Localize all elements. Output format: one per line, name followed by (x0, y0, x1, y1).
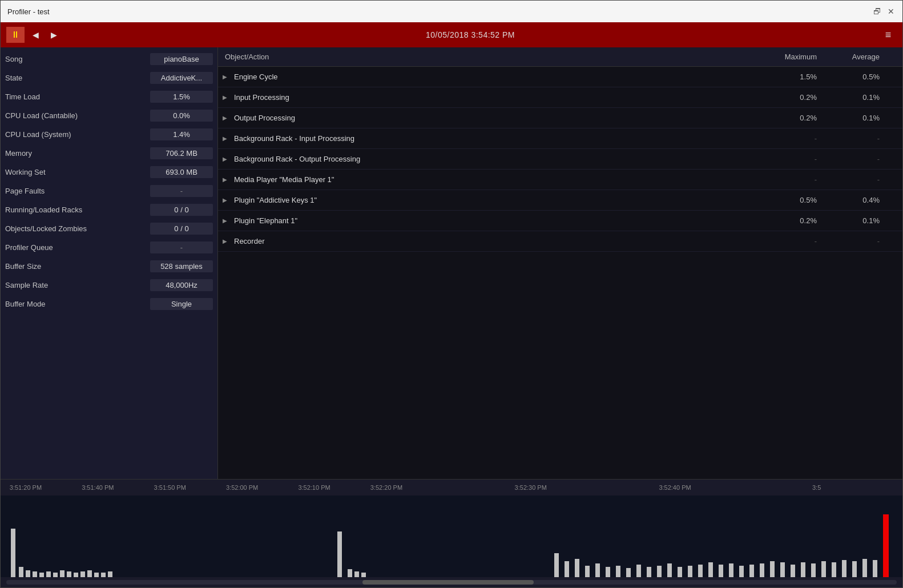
info-label: CPU Load (Cantabile) (5, 111, 150, 120)
chart-bar (33, 571, 37, 577)
row-name: Input Processing (234, 93, 289, 102)
td-object: ▶Plugin "Addictive Keys 1" (218, 196, 754, 204)
info-label: CPU Load (System) (5, 130, 150, 139)
table-row[interactable]: ▶Output Processing0.2%0.1% (218, 108, 902, 128)
next-button[interactable]: ▶ (46, 27, 61, 42)
td-maximum: 1.5% (754, 73, 828, 81)
timeline-label: 3:5 (812, 484, 821, 491)
td-average: - (828, 175, 902, 184)
table-row[interactable]: ▶Recorder-- (218, 231, 902, 252)
chart-bar (87, 570, 92, 577)
chart-bar (852, 561, 857, 577)
chart-bar (585, 566, 590, 577)
expand-arrow-icon[interactable]: ▶ (223, 115, 231, 121)
info-label: Buffer Size (5, 262, 150, 271)
td-maximum: - (754, 237, 828, 245)
menu-button[interactable]: ≡ (880, 27, 897, 43)
th-object-action: Object/Action (218, 53, 754, 61)
chart-bar (101, 573, 106, 577)
td-object: ▶Background Rack - Input Processing (218, 134, 754, 143)
chart-bar (801, 562, 805, 577)
chart-bar (94, 573, 99, 577)
td-object: ▶Input Processing (218, 93, 754, 102)
window-frame: Profiler - test 🗗 ✕ ⏸ ◀ ▶ 10/05/2018 3:5… (0, 0, 903, 588)
info-label: State (5, 74, 150, 82)
chart-bar (108, 571, 112, 577)
toolbar-left: ⏸ ◀ ▶ (6, 27, 61, 43)
right-panel: Object/Action Maximum Average ▶Engine Cy… (218, 47, 902, 479)
chart-bar (19, 567, 23, 577)
td-object: ▶Engine Cycle (218, 73, 754, 81)
table-row[interactable]: ▶Plugin "Elephant 1"0.2%0.1% (218, 211, 902, 231)
td-maximum: 0.2% (754, 114, 828, 122)
left-panel: SongpianoBaseStateAddictiveK...Time Load… (1, 47, 217, 479)
info-value: 1.4% (150, 128, 213, 140)
info-value: 0 / 0 (150, 223, 213, 235)
info-value: 0.0% (150, 110, 213, 122)
expand-arrow-icon[interactable]: ▶ (223, 156, 231, 162)
table-row[interactable]: ▶Media Player "Media Player 1"-- (218, 170, 902, 190)
table-row[interactable]: ▶Plugin "Addictive Keys 1"0.5%0.4% (218, 190, 902, 211)
row-name: Engine Cycle (234, 73, 278, 81)
info-row: Buffer Size528 samples (1, 257, 217, 276)
timeline-label: 3:52:30 PM (515, 484, 547, 491)
info-value: 1.5% (150, 91, 213, 103)
expand-arrow-icon[interactable]: ▶ (223, 74, 231, 80)
chart-bar (46, 571, 51, 577)
info-value: 48,000Hz (150, 279, 213, 291)
row-name: Media Player "Media Player 1" (234, 175, 334, 184)
chart-bar (354, 571, 359, 577)
scrollbar-thumb[interactable] (362, 580, 534, 585)
info-row: Sample Rate48,000Hz (1, 276, 217, 295)
info-value: AddictiveK... (150, 72, 213, 84)
expand-arrow-icon[interactable]: ▶ (223, 94, 231, 100)
td-average: - (828, 155, 902, 163)
expand-arrow-icon[interactable]: ▶ (223, 238, 231, 244)
info-label: Profiler Queue (5, 243, 150, 252)
chart-bar (688, 566, 692, 577)
info-label: Song (5, 55, 150, 63)
timeline-label: 3:52:00 PM (226, 484, 258, 491)
td-maximum: 0.2% (754, 216, 828, 225)
timeline-chart[interactable] (1, 496, 902, 577)
td-object: ▶Plugin "Elephant 1" (218, 216, 754, 225)
timeline-label: 3:52:40 PM (659, 484, 691, 491)
chart-bar (698, 565, 703, 577)
chart-bar (791, 565, 795, 577)
timeline-labels: 3:51:20 PM3:51:40 PM3:51:50 PM3:52:00 PM… (1, 480, 902, 496)
table-row[interactable]: ▶Background Rack - Output Processing-- (218, 149, 902, 170)
row-name: Plugin "Elephant 1" (234, 216, 297, 225)
title-bar-controls: 🗗 ✕ (873, 7, 896, 16)
td-average: 0.1% (828, 216, 902, 225)
pause-button[interactable]: ⏸ (6, 27, 25, 43)
chart-bar (39, 573, 44, 577)
chart-bar (862, 559, 867, 577)
expand-arrow-icon[interactable]: ▶ (223, 135, 231, 142)
title-bar: Profiler - test 🗗 ✕ (1, 1, 902, 22)
td-object: ▶Media Player "Media Player 1" (218, 175, 754, 184)
table-row[interactable]: ▶Input Processing0.2%0.1% (218, 87, 902, 108)
scrollbar-track[interactable] (6, 580, 897, 585)
minimize-button[interactable]: 🗗 (873, 7, 882, 16)
expand-arrow-icon[interactable]: ▶ (223, 176, 231, 183)
timeline-label: 3:52:10 PM (298, 484, 330, 491)
table-row[interactable]: ▶Background Rack - Input Processing-- (218, 128, 902, 149)
td-maximum: 0.2% (754, 93, 828, 102)
th-maximum: Maximum (754, 53, 828, 61)
row-name: Background Rack - Output Processing (234, 155, 360, 163)
info-row: Profiler Queue- (1, 238, 217, 257)
chart-bar (708, 562, 713, 577)
chart-bar (739, 566, 744, 577)
close-button[interactable]: ✕ (886, 7, 896, 16)
table-row[interactable]: ▶Engine Cycle1.5%0.5% (218, 67, 902, 87)
info-row: Objects/Locked Zombies0 / 0 (1, 219, 217, 238)
datetime-display: 10/05/2018 3:54:52 PM (61, 30, 880, 39)
info-row: SongpianoBase (1, 50, 217, 69)
expand-arrow-icon[interactable]: ▶ (223, 218, 231, 224)
prev-button[interactable]: ◀ (28, 27, 43, 42)
chart-bar (770, 561, 775, 577)
row-name: Recorder (234, 237, 264, 245)
info-value: - (150, 241, 213, 253)
chart-bar (74, 573, 78, 577)
expand-arrow-icon[interactable]: ▶ (223, 197, 231, 203)
